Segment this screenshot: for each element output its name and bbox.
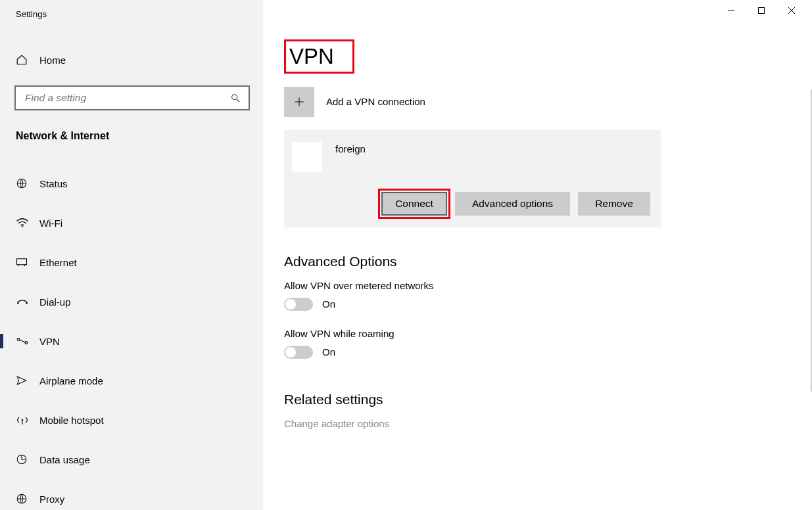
metered-toggle-block: Allow VPN over metered networks On [284,280,812,311]
search-input[interactable] [24,91,230,104]
vpn-connection-icon [292,142,322,172]
sidebar-item-label: Proxy [39,494,64,505]
sidebar-item-label: Data usage [39,454,90,465]
wifi-icon [16,218,39,228]
svg-point-10 [25,342,28,344]
sidebar-item-label: Airplane mode [39,375,103,386]
main-content: VPN Add a VPN connection foreign Connect… [263,0,812,510]
vpn-icon [16,336,39,346]
metered-toggle-label: Allow VPN over metered networks [284,280,812,291]
related-settings-heading: Related settings [284,392,812,407]
add-vpn-row[interactable]: Add a VPN connection [284,87,812,117]
sidebar: Settings Home Network & Internet Status [0,0,263,510]
svg-point-11 [22,419,24,421]
connect-button[interactable]: Connect [381,192,447,216]
search-wrap [0,76,263,110]
sidebar-item-label: Mobile hotspot [39,415,104,426]
roaming-toggle-block: Allow VPN while roaming On [284,328,812,359]
metered-toggle[interactable] [284,298,313,311]
svg-rect-16 [759,8,765,14]
maximize-icon [757,7,765,14]
sidebar-item-hotspot[interactable]: Mobile hotspot [0,404,263,436]
sidebar-item-dialup[interactable]: Dial-up [0,285,263,318]
nav-home-label: Home [39,55,66,66]
sidebar-item-airplane[interactable]: Airplane mode [0,364,263,397]
sidebar-item-label: Status [39,178,68,189]
sidebar-item-status[interactable]: Status [0,167,263,200]
window-controls [716,0,807,21]
svg-point-3 [22,226,23,227]
sidebar-item-vpn[interactable]: VPN [0,325,263,358]
svg-point-7 [17,302,19,304]
sidebar-item-label: Wi-Fi [39,218,62,229]
sidebar-item-label: VPN [39,336,60,347]
globe-icon [16,493,39,505]
sidebar-item-proxy[interactable]: Proxy [0,482,263,510]
vpn-connection-card[interactable]: foreign Connect Advanced options Remove [284,130,661,227]
change-adapter-link[interactable]: Change adapter options [284,418,812,429]
add-vpn-label: Add a VPN connection [326,96,425,107]
remove-button[interactable]: Remove [578,192,650,216]
active-indicator [0,334,3,348]
close-icon [788,7,796,14]
data-usage-icon [16,453,39,465]
sidebar-item-ethernet[interactable]: Ethernet [0,246,263,279]
ethernet-icon [16,257,39,267]
vpn-connection-name: foreign [335,142,366,154]
advanced-options-button[interactable]: Advanced options [455,192,570,216]
search-box[interactable] [14,85,250,110]
roaming-toggle-state: On [322,346,335,358]
svg-point-9 [17,338,20,341]
plus-icon [293,95,306,108]
svg-rect-4 [17,259,27,265]
app-title: Settings [0,0,263,30]
svg-point-0 [232,95,237,100]
nav-home[interactable]: Home [0,43,263,76]
svg-point-8 [26,302,27,304]
airplane-icon [16,375,39,386]
hotspot-icon [16,415,39,425]
home-icon [16,54,39,66]
metered-toggle-state: On [322,298,335,310]
sidebar-item-wifi[interactable]: Wi-Fi [0,206,263,239]
globe-icon [16,177,39,189]
search-icon [230,93,241,103]
window-maximize-button[interactable] [746,0,776,21]
roaming-toggle[interactable] [284,346,313,359]
add-vpn-tile[interactable] [284,87,314,117]
window-minimize-button[interactable] [716,0,746,21]
dialup-icon [16,297,39,306]
sidebar-item-label: Dial-up [39,296,71,308]
minimize-icon [727,7,735,14]
nav-list: Status Wi-Fi Ethernet Dial-up [0,167,263,510]
sidebar-section-label: Network & Internet [0,110,263,150]
window-close-button[interactable] [776,0,807,21]
roaming-toggle-label: Allow VPN while roaming [284,328,812,339]
sidebar-item-data-usage[interactable]: Data usage [0,443,263,476]
svg-line-1 [237,99,239,102]
advanced-options-heading: Advanced Options [284,254,812,269]
sidebar-item-label: Ethernet [39,257,77,268]
page-title: VPN [284,39,354,74]
